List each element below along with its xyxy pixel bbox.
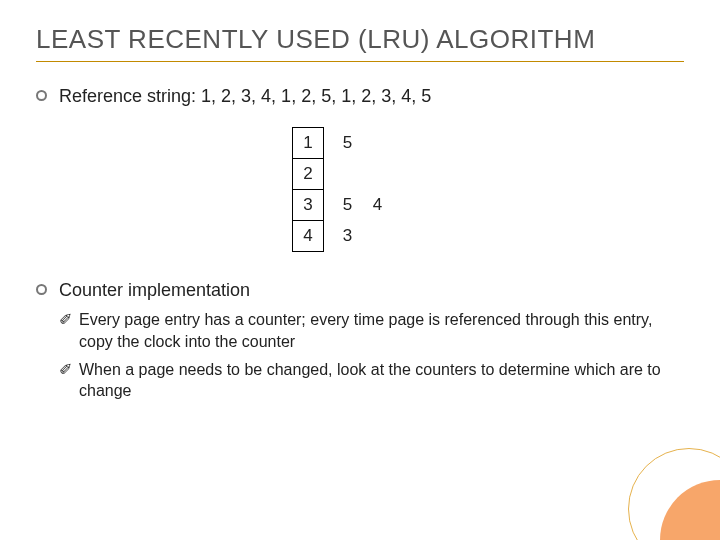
table-row: 4 3	[293, 221, 393, 252]
script-bullet-icon: ✐	[59, 309, 79, 331]
frame-cell: 2	[293, 159, 324, 190]
page-title: LEAST RECENTLY USED (LRU) ALGORITHM	[36, 24, 684, 55]
frame-table: 1 5 2 3 5 4 4 3	[292, 127, 393, 252]
decorative-corner	[600, 420, 720, 540]
table-row: 1 5	[293, 128, 393, 159]
bullet-text: Counter implementation	[59, 278, 684, 303]
sub-text: Every page entry has a counter; every ti…	[79, 311, 652, 350]
title-rule	[36, 61, 684, 62]
ring-bullet-icon	[36, 90, 47, 101]
frame-cell: 1	[293, 128, 324, 159]
bullet-text: Reference string: 1, 2, 3, 4, 1, 2, 5, 1…	[59, 84, 431, 109]
list-item: ✐Every page entry has a counter; every t…	[59, 309, 684, 352]
sub-text: When a page needs to be changed, look at…	[79, 361, 661, 400]
table-row: 2	[293, 159, 393, 190]
lru-frame-table: 1 5 2 3 5 4 4 3	[292, 127, 684, 252]
ring-bullet-icon	[36, 284, 47, 295]
replacement-cell: 5	[333, 190, 363, 221]
bullet-counter-impl: Counter implementation ✐Every page entry…	[36, 278, 684, 408]
frame-cell: 4	[293, 221, 324, 252]
replacement-cell: 4	[363, 190, 393, 221]
replacement-cell: 3	[333, 221, 363, 252]
list-item: ✐When a page needs to be changed, look a…	[59, 359, 684, 402]
sub-bullet-list: ✐Every page entry has a counter; every t…	[59, 309, 684, 401]
bullet-reference-string: Reference string: 1, 2, 3, 4, 1, 2, 5, 1…	[36, 84, 684, 109]
replacement-cell: 5	[333, 128, 363, 159]
frame-cell: 3	[293, 190, 324, 221]
table-row: 3 5 4	[293, 190, 393, 221]
script-bullet-icon: ✐	[59, 359, 79, 381]
